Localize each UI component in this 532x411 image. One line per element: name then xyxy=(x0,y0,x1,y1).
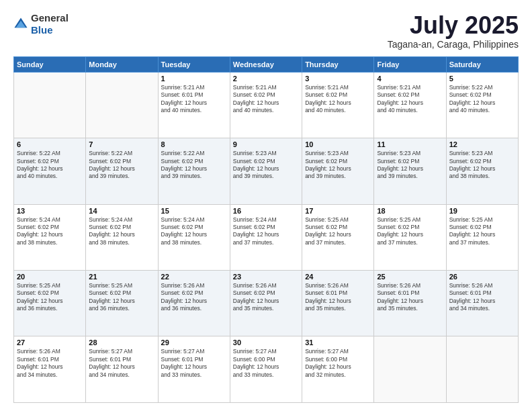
calendar-day-cell: 7Sunrise: 5:22 AM Sunset: 6:02 PM Daylig… xyxy=(86,138,158,204)
calendar-header-row: SundayMondayTuesdayWednesdayThursdayFrid… xyxy=(14,56,519,72)
calendar-day-cell xyxy=(86,72,158,138)
day-number: 23 xyxy=(233,273,299,281)
day-number: 6 xyxy=(17,140,83,148)
day-info: Sunrise: 5:21 AM Sunset: 6:02 PM Dayligh… xyxy=(233,84,299,115)
calendar-day-cell: 29Sunrise: 5:27 AM Sunset: 6:01 PM Dayli… xyxy=(158,336,230,403)
calendar-day-header: Thursday xyxy=(302,56,374,72)
calendar-day-cell: 20Sunrise: 5:25 AM Sunset: 6:02 PM Dayli… xyxy=(14,271,86,336)
day-info: Sunrise: 5:27 AM Sunset: 6:01 PM Dayligh… xyxy=(161,348,227,379)
calendar-day-cell: 12Sunrise: 5:23 AM Sunset: 6:02 PM Dayli… xyxy=(446,138,518,204)
day-info: Sunrise: 5:26 AM Sunset: 6:01 PM Dayligh… xyxy=(17,348,83,379)
day-number: 9 xyxy=(233,140,299,148)
calendar-day-cell: 4Sunrise: 5:21 AM Sunset: 6:02 PM Daylig… xyxy=(374,72,446,138)
day-number: 3 xyxy=(305,75,371,83)
day-number: 2 xyxy=(233,75,299,83)
subtitle: Tagana-an, Caraga, Philippines xyxy=(388,39,519,50)
calendar-week-row: 6Sunrise: 5:22 AM Sunset: 6:02 PM Daylig… xyxy=(14,138,519,204)
day-number: 22 xyxy=(161,273,227,281)
calendar-day-cell: 22Sunrise: 5:26 AM Sunset: 6:02 PM Dayli… xyxy=(158,271,230,336)
day-number: 21 xyxy=(89,273,154,281)
main-title: July 2025 xyxy=(388,12,519,39)
day-number: 7 xyxy=(89,140,154,148)
day-info: Sunrise: 5:23 AM Sunset: 6:02 PM Dayligh… xyxy=(449,150,515,181)
calendar-week-row: 27Sunrise: 5:26 AM Sunset: 6:01 PM Dayli… xyxy=(14,336,519,403)
calendar-table: SundayMondayTuesdayWednesdayThursdayFrid… xyxy=(13,56,519,403)
day-info: Sunrise: 5:24 AM Sunset: 6:02 PM Dayligh… xyxy=(233,216,299,247)
day-number: 12 xyxy=(449,140,515,148)
day-number: 4 xyxy=(377,75,443,83)
calendar-day-cell: 3Sunrise: 5:21 AM Sunset: 6:02 PM Daylig… xyxy=(302,72,374,138)
day-number: 20 xyxy=(17,273,83,281)
day-info: Sunrise: 5:26 AM Sunset: 6:02 PM Dayligh… xyxy=(233,282,299,313)
day-number: 16 xyxy=(233,207,299,215)
calendar-day-header: Friday xyxy=(374,56,446,72)
day-info: Sunrise: 5:25 AM Sunset: 6:02 PM Dayligh… xyxy=(377,216,443,247)
day-info: Sunrise: 5:24 AM Sunset: 6:02 PM Dayligh… xyxy=(161,216,227,247)
day-info: Sunrise: 5:27 AM Sunset: 6:00 PM Dayligh… xyxy=(233,348,299,379)
day-info: Sunrise: 5:22 AM Sunset: 6:02 PM Dayligh… xyxy=(449,84,515,115)
day-number: 17 xyxy=(305,207,371,215)
day-info: Sunrise: 5:24 AM Sunset: 6:02 PM Dayligh… xyxy=(89,216,154,247)
page: General Blue July 2025 Tagana-an, Caraga… xyxy=(0,0,532,411)
calendar-week-row: 13Sunrise: 5:24 AM Sunset: 6:02 PM Dayli… xyxy=(14,204,519,270)
calendar-day-cell: 5Sunrise: 5:22 AM Sunset: 6:02 PM Daylig… xyxy=(446,72,518,138)
day-info: Sunrise: 5:25 AM Sunset: 6:02 PM Dayligh… xyxy=(17,282,83,313)
calendar-day-cell: 31Sunrise: 5:27 AM Sunset: 6:00 PM Dayli… xyxy=(302,336,374,403)
day-number: 25 xyxy=(377,273,443,281)
day-number: 28 xyxy=(89,338,154,347)
logo-blue: Blue xyxy=(31,24,53,36)
day-number: 13 xyxy=(17,207,83,215)
calendar-day-cell: 24Sunrise: 5:26 AM Sunset: 6:01 PM Dayli… xyxy=(302,271,374,336)
day-info: Sunrise: 5:21 AM Sunset: 6:01 PM Dayligh… xyxy=(161,84,227,115)
day-number: 31 xyxy=(305,338,371,347)
calendar-day-cell: 21Sunrise: 5:25 AM Sunset: 6:02 PM Dayli… xyxy=(86,271,158,336)
calendar-day-cell xyxy=(446,336,518,403)
day-number: 19 xyxy=(449,207,515,215)
day-number: 30 xyxy=(233,338,299,347)
calendar-day-cell: 17Sunrise: 5:25 AM Sunset: 6:02 PM Dayli… xyxy=(302,204,374,270)
day-info: Sunrise: 5:21 AM Sunset: 6:02 PM Dayligh… xyxy=(377,84,443,115)
calendar-day-header: Sunday xyxy=(14,56,86,72)
calendar-day-cell: 19Sunrise: 5:25 AM Sunset: 6:02 PM Dayli… xyxy=(446,204,518,270)
day-number: 18 xyxy=(377,207,443,215)
calendar-day-cell: 25Sunrise: 5:26 AM Sunset: 6:01 PM Dayli… xyxy=(374,271,446,336)
day-info: Sunrise: 5:26 AM Sunset: 6:01 PM Dayligh… xyxy=(305,282,371,313)
day-number: 5 xyxy=(449,75,515,83)
day-info: Sunrise: 5:23 AM Sunset: 6:02 PM Dayligh… xyxy=(305,150,371,181)
day-info: Sunrise: 5:26 AM Sunset: 6:02 PM Dayligh… xyxy=(161,282,227,313)
calendar-day-header: Tuesday xyxy=(158,56,230,72)
day-info: Sunrise: 5:25 AM Sunset: 6:02 PM Dayligh… xyxy=(305,216,371,247)
title-block: July 2025 Tagana-an, Caraga, Philippines xyxy=(388,12,519,50)
calendar-day-cell: 14Sunrise: 5:24 AM Sunset: 6:02 PM Dayli… xyxy=(86,204,158,270)
day-info: Sunrise: 5:22 AM Sunset: 6:02 PM Dayligh… xyxy=(161,150,227,181)
calendar-day-cell: 15Sunrise: 5:24 AM Sunset: 6:02 PM Dayli… xyxy=(158,204,230,270)
logo-text: General Blue xyxy=(31,12,69,36)
logo: General Blue xyxy=(13,12,69,36)
day-info: Sunrise: 5:26 AM Sunset: 6:01 PM Dayligh… xyxy=(449,282,515,313)
calendar-day-cell: 10Sunrise: 5:23 AM Sunset: 6:02 PM Dayli… xyxy=(302,138,374,204)
header: General Blue July 2025 Tagana-an, Caraga… xyxy=(13,12,519,50)
day-number: 10 xyxy=(305,140,371,148)
day-number: 1 xyxy=(161,75,227,83)
day-number: 11 xyxy=(377,140,443,148)
day-info: Sunrise: 5:26 AM Sunset: 6:01 PM Dayligh… xyxy=(377,282,443,313)
logo-general: General xyxy=(31,12,69,24)
day-number: 24 xyxy=(305,273,371,281)
calendar-day-header: Saturday xyxy=(446,56,518,72)
day-info: Sunrise: 5:25 AM Sunset: 6:02 PM Dayligh… xyxy=(449,216,515,247)
day-number: 26 xyxy=(449,273,515,281)
day-info: Sunrise: 5:22 AM Sunset: 6:02 PM Dayligh… xyxy=(89,150,154,181)
calendar-day-cell: 6Sunrise: 5:22 AM Sunset: 6:02 PM Daylig… xyxy=(14,138,86,204)
calendar-day-cell: 16Sunrise: 5:24 AM Sunset: 6:02 PM Dayli… xyxy=(230,204,302,270)
day-info: Sunrise: 5:27 AM Sunset: 6:01 PM Dayligh… xyxy=(89,348,154,379)
calendar-week-row: 1Sunrise: 5:21 AM Sunset: 6:01 PM Daylig… xyxy=(14,72,519,138)
day-number: 8 xyxy=(161,140,227,148)
day-info: Sunrise: 5:23 AM Sunset: 6:02 PM Dayligh… xyxy=(377,150,443,181)
day-number: 15 xyxy=(161,207,227,215)
day-info: Sunrise: 5:22 AM Sunset: 6:02 PM Dayligh… xyxy=(17,150,83,181)
calendar-day-cell: 18Sunrise: 5:25 AM Sunset: 6:02 PM Dayli… xyxy=(374,204,446,270)
logo-icon xyxy=(13,17,28,32)
day-number: 29 xyxy=(161,338,227,347)
day-number: 27 xyxy=(17,338,83,347)
calendar-day-cell: 2Sunrise: 5:21 AM Sunset: 6:02 PM Daylig… xyxy=(230,72,302,138)
